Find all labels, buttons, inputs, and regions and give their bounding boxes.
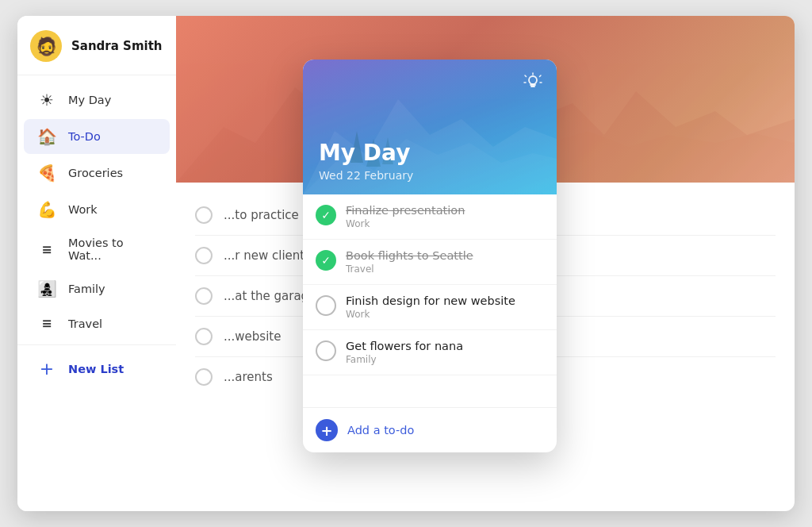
sidebar-item-label: To-Do bbox=[68, 130, 101, 143]
bg-todo-text: ...website bbox=[224, 329, 281, 344]
new-list-label: New List bbox=[68, 363, 124, 375]
bulb-icon bbox=[523, 72, 542, 95]
work-icon: 💪 bbox=[36, 200, 57, 219]
sidebar-item-label: Work bbox=[68, 203, 98, 216]
todo-text-group-1: Finalize presentation Work bbox=[346, 204, 465, 229]
avatar: 🧔 bbox=[30, 30, 62, 62]
sidebar-user[interactable]: 🧔 Sandra Smith bbox=[17, 16, 176, 75]
bg-todo-text: ...r new clients bbox=[224, 248, 311, 263]
card-title: My Day bbox=[319, 141, 541, 166]
todo-subtitle-4: Family bbox=[346, 354, 463, 365]
todo-text-group-2: Book flights to Seattle Travel bbox=[346, 249, 473, 275]
todo-text-group-4: Get flowers for nana Family bbox=[346, 340, 463, 365]
sidebar-item-work[interactable]: 💪 Work bbox=[24, 192, 170, 227]
add-todo-row[interactable]: + Add a to-do bbox=[303, 407, 557, 452]
bg-todo-text: ...at the garage bbox=[224, 289, 316, 303]
sidebar-item-family[interactable]: 👩‍👧‍👦 Family bbox=[24, 271, 170, 306]
sidebar: 🧔 Sandra Smith ☀️ My Day 🏠 To-Do 🍕 Groce… bbox=[17, 16, 176, 511]
main-content: ...to practice ...r new clients ...at th… bbox=[176, 16, 795, 511]
user-name: Sandra Smith bbox=[71, 39, 163, 53]
sidebar-item-label: My Day bbox=[68, 94, 111, 106]
todo-item-1[interactable]: Finalize presentation Work bbox=[303, 194, 557, 240]
bg-todo-text: ...arents bbox=[224, 370, 273, 384]
card-body: Finalize presentation Work Book flights … bbox=[303, 194, 557, 452]
bg-todo-text: ...to practice bbox=[224, 208, 299, 222]
bg-check-circle bbox=[195, 247, 213, 264]
check-circle-2[interactable] bbox=[316, 250, 336, 271]
sidebar-item-movies[interactable]: ≡ Movies to Wat... bbox=[24, 229, 170, 270]
groceries-icon: 🍕 bbox=[36, 163, 57, 183]
card-header: My Day Wed 22 February bbox=[303, 60, 557, 194]
bg-check-circle bbox=[195, 206, 213, 224]
nav-divider bbox=[17, 344, 176, 345]
todo-subtitle-2: Travel bbox=[346, 264, 473, 275]
sidebar-item-my-day[interactable]: ☀️ My Day bbox=[24, 83, 170, 117]
check-circle-4[interactable] bbox=[316, 340, 336, 361]
bg-check-circle bbox=[195, 368, 213, 386]
app-container: 🧔 Sandra Smith ☀️ My Day 🏠 To-Do 🍕 Groce… bbox=[17, 16, 795, 511]
add-label: Add a to-do bbox=[347, 424, 414, 437]
sidebar-item-groceries[interactable]: 🍕 Groceries bbox=[24, 156, 170, 190]
sidebar-nav: ☀️ My Day 🏠 To-Do 🍕 Groceries 💪 Work ≡ M… bbox=[17, 75, 176, 511]
movies-icon: ≡ bbox=[36, 242, 57, 257]
family-icon: 👩‍👧‍👦 bbox=[36, 279, 57, 298]
todo-item-2[interactable]: Book flights to Seattle Travel bbox=[303, 240, 557, 285]
sidebar-item-travel[interactable]: ≡ Travel bbox=[24, 308, 170, 339]
my-day-icon: ☀️ bbox=[36, 90, 57, 110]
todo-subtitle-1: Work bbox=[346, 218, 465, 229]
todo-title-3: Finish design for new website bbox=[346, 294, 515, 307]
todo-subtitle-3: Work bbox=[346, 309, 515, 320]
todo-title-1: Finalize presentation bbox=[346, 204, 465, 217]
todo-text-group-3: Finish design for new website Work bbox=[346, 294, 515, 320]
sidebar-item-to-do[interactable]: 🏠 To-Do bbox=[24, 119, 170, 154]
check-circle-1[interactable] bbox=[316, 205, 336, 225]
new-list-icon: + bbox=[36, 359, 57, 379]
to-do-icon: 🏠 bbox=[36, 127, 57, 146]
travel-icon: ≡ bbox=[36, 316, 57, 331]
card-spacer bbox=[303, 375, 557, 407]
sidebar-item-label: Family bbox=[68, 283, 105, 295]
todo-title-4: Get flowers for nana bbox=[346, 340, 463, 352]
sidebar-item-new-list[interactable]: + New List bbox=[24, 351, 170, 387]
sidebar-item-label: Travel bbox=[68, 317, 102, 330]
todo-title-2: Book flights to Seattle bbox=[346, 249, 473, 262]
bg-check-circle bbox=[195, 328, 213, 345]
overlay-card: My Day Wed 22 February Finalize presenta… bbox=[303, 60, 557, 452]
card-date: Wed 22 February bbox=[319, 169, 541, 182]
add-icon: + bbox=[316, 419, 338, 441]
check-circle-3[interactable] bbox=[316, 295, 336, 316]
sidebar-item-label: Groceries bbox=[68, 167, 123, 179]
bg-check-circle bbox=[195, 287, 213, 305]
todo-item-4[interactable]: Get flowers for nana Family bbox=[303, 330, 557, 375]
svg-point-9 bbox=[529, 76, 537, 84]
sidebar-item-label: Movies to Wat... bbox=[68, 237, 157, 262]
todo-item-3[interactable]: Finish design for new website Work bbox=[303, 285, 557, 330]
